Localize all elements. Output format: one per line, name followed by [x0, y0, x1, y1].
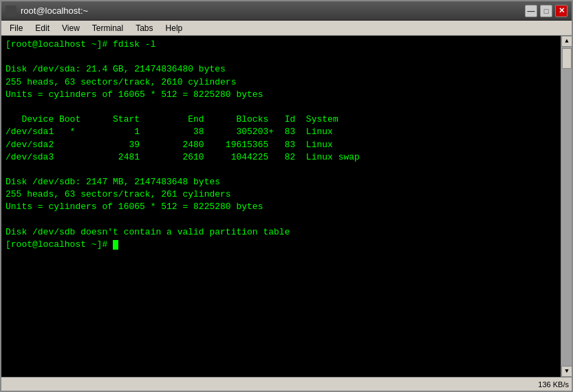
cursor: [113, 240, 118, 250]
title-bar-text: root@localhost:~: [6, 6, 88, 17]
close-button[interactable]: ✕: [555, 5, 567, 17]
scroll-down-button[interactable]: ▼: [561, 366, 572, 377]
terminal-content[interactable]: [root@localhost ~]# fdisk -l Disk /dev/s…: [1, 36, 561, 377]
status-text: 136 KB/s: [538, 380, 569, 389]
window-title: root@localhost:~: [21, 6, 88, 16]
scroll-up-button[interactable]: ▲: [561, 36, 572, 47]
terminal-icon: [6, 6, 17, 17]
maximize-button[interactable]: □: [540, 5, 552, 17]
menu-terminal[interactable]: Terminal: [87, 21, 129, 35]
minimize-button[interactable]: —: [525, 5, 537, 17]
menu-view[interactable]: View: [56, 21, 85, 35]
terminal-area[interactable]: [root@localhost ~]# fdisk -l Disk /dev/s…: [1, 36, 572, 377]
menu-edit[interactable]: Edit: [30, 21, 55, 35]
status-bar: 136 KB/s: [1, 377, 572, 391]
menu-bar: File Edit View Terminal Tabs Help: [1, 21, 572, 36]
title-bar: root@localhost:~ — □ ✕: [1, 1, 572, 21]
menu-file[interactable]: File: [4, 21, 28, 35]
menu-tabs[interactable]: Tabs: [130, 21, 158, 35]
scroll-thumb[interactable]: [562, 48, 572, 69]
scrollbar[interactable]: ▲ ▼: [561, 36, 572, 377]
menu-help[interactable]: Help: [160, 21, 188, 35]
terminal-window: root@localhost:~ — □ ✕ File Edit View Te…: [0, 0, 573, 392]
title-controls: — □ ✕: [525, 5, 567, 17]
terminal-output: [root@localhost ~]# fdisk -l Disk /dev/s…: [6, 39, 556, 251]
scroll-track[interactable]: [561, 47, 572, 366]
